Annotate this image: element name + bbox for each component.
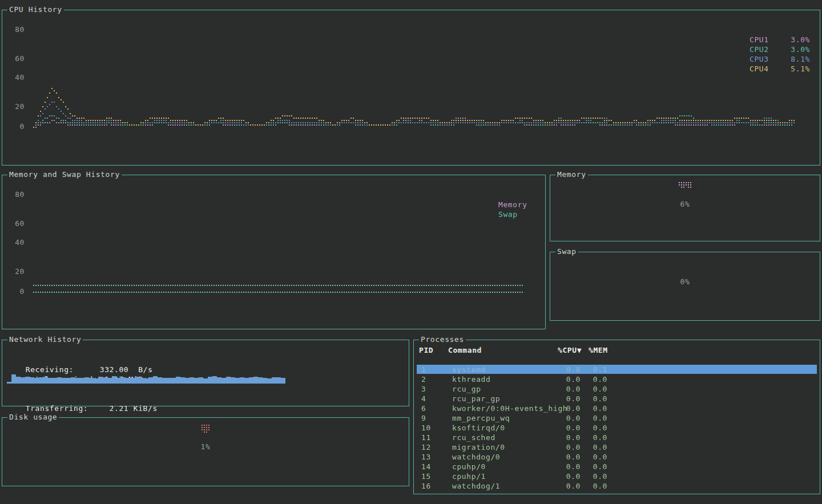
cpu-history-tick-60: 60 — [10, 54, 25, 63]
process-command: kthreadd — [452, 374, 490, 384]
process-row-watchdog/1[interactable]: 16watchdog/10.00.0 — [414, 481, 820, 491]
process-cpu: 0.0 — [558, 384, 581, 394]
cpu-history-tick-0: 0 — [10, 122, 25, 131]
memswap-history-panel: Memory and Swap History 806040200 Memory… — [2, 175, 546, 329]
swap-gauge-title: Swap — [555, 247, 578, 256]
process-cpu: 0.0 — [558, 471, 581, 481]
processes-header: PID Command %CPU▼ %MEM — [414, 345, 820, 355]
process-mem: 0.0 — [589, 433, 607, 442]
process-cpu: 0.0 — [558, 413, 581, 423]
process-pid: 2 — [421, 374, 426, 384]
memswap-history-tick-0: 0 — [10, 287, 25, 296]
process-row-kworker/0:0H-events_high[interactable]: 6kworker/0:0H-events_high0.00.0 — [414, 404, 820, 413]
cpu-legend: CPU13.0%CPU23.0%CPU38.1%CPU45.1% — [750, 35, 810, 74]
memswap-history-tick-40: 40 — [10, 238, 25, 247]
process-cpu: 0.0 — [558, 442, 581, 452]
process-mem: 0.0 — [589, 423, 607, 433]
process-mem: 0.0 — [589, 404, 607, 413]
process-mem: 0.0 — [589, 471, 607, 481]
cpu-history-panel: CPU History 806040200 CPU13.0%CPU23.0%CP… — [2, 10, 820, 166]
cpu-legend-item-cpu4: CPU45.1% — [750, 64, 810, 74]
process-pid: 6 — [421, 404, 426, 413]
process-mem: 0.0 — [589, 452, 607, 462]
column-header-pid[interactable]: PID — [419, 345, 433, 355]
process-command: cpuhp/1 — [452, 471, 486, 481]
column-header-command[interactable]: Command — [448, 345, 482, 355]
process-cpu: 0.0 — [558, 423, 581, 433]
process-cpu: 0.0 — [558, 365, 581, 374]
process-mem: 0.1 — [589, 365, 607, 374]
process-row-ksoftirqd/0[interactable]: 10ksoftirqd/00.00.0 — [414, 423, 820, 433]
processes-table: 1systemd0.00.12kthreadd0.00.03rcu_gp0.00… — [414, 365, 820, 491]
memory-gauge-percent: 6% — [550, 200, 820, 209]
process-row-cpuhp/1[interactable]: 15cpuhp/10.00.0 — [414, 471, 820, 481]
memswap-history-tick-60: 60 — [10, 219, 25, 228]
process-row-systemd[interactable]: 1systemd0.00.1 — [414, 365, 820, 374]
memswap-legend-item-swap: Swap — [498, 210, 527, 220]
process-command: rcu_par_gp — [452, 394, 500, 404]
process-command: rcu_gp — [452, 384, 481, 394]
process-pid: 3 — [421, 384, 426, 394]
process-mem: 0.0 — [589, 374, 607, 384]
swap-gauge-panel: Swap 0% — [550, 252, 820, 321]
process-pid: 11 — [421, 433, 431, 442]
process-cpu: 0.0 — [558, 394, 581, 404]
process-pid: 13 — [421, 452, 431, 462]
cpu-legend-item-cpu3: CPU38.1% — [750, 55, 810, 64]
process-command: kworker/0:0H-events_high — [452, 404, 567, 413]
process-pid: 1 — [421, 365, 426, 374]
process-pid: 14 — [421, 462, 431, 471]
cpu-legend-item-cpu1: CPU13.0% — [750, 35, 810, 45]
process-command: ksoftirqd/0 — [452, 423, 505, 433]
memswap-legend-item-memory: Memory — [498, 200, 527, 210]
memswap-legend: MemorySwap — [498, 200, 527, 220]
disk-usage-donut — [2, 418, 409, 441]
network-history-panel: Network History Receiving:332.00 B/s Tot… — [2, 340, 409, 406]
process-command: migration/0 — [452, 442, 505, 452]
memory-gauge-donut — [550, 175, 820, 198]
process-row-cpuhp/0[interactable]: 14cpuhp/00.00.0 — [414, 462, 820, 471]
process-pid: 9 — [421, 413, 426, 423]
processes-panel: Processes PID Command %CPU▼ %MEM 1system… — [413, 340, 820, 494]
process-mem: 0.0 — [589, 442, 607, 452]
process-mem: 0.0 — [589, 384, 607, 394]
process-row-rcu_par_gp[interactable]: 4rcu_par_gp0.00.0 — [414, 394, 820, 404]
cpu-history-tick-80: 80 — [10, 25, 25, 34]
cpu-history-chart — [2, 10, 820, 165]
process-pid: 15 — [421, 471, 431, 481]
process-mem: 0.0 — [589, 413, 607, 423]
process-command: systemd — [452, 365, 486, 374]
process-cpu: 0.0 — [558, 404, 581, 413]
process-row-watchdog/0[interactable]: 13watchdog/00.00.0 — [414, 452, 820, 462]
process-pid: 4 — [421, 394, 426, 404]
system-monitor-screen: { "colors": { "background": "#2b2d2c", "… — [0, 0, 822, 504]
process-pid: 12 — [421, 442, 431, 452]
process-command: watchdog/0 — [452, 452, 500, 462]
disk-usage-panel: Disk usage 1% — [2, 417, 409, 486]
process-mem: 0.0 — [589, 462, 607, 471]
process-row-rcu_gp[interactable]: 3rcu_gp0.00.0 — [414, 384, 820, 394]
process-command: watchdog/1 — [452, 481, 500, 491]
column-header-cpu-sorted[interactable]: %CPU▼ — [558, 345, 581, 355]
process-command: rcu_sched — [452, 433, 495, 442]
disk-usage-percent: 1% — [2, 442, 409, 451]
process-cpu: 0.0 — [558, 481, 581, 491]
process-row-kthreadd[interactable]: 2kthreadd0.00.0 — [414, 374, 820, 384]
process-row-mm_percpu_wq[interactable]: 9mm_percpu_wq0.00.0 — [414, 413, 820, 423]
process-mem: 0.0 — [589, 394, 607, 404]
process-cpu: 0.0 — [558, 462, 581, 471]
process-row-migration/0[interactable]: 12migration/00.00.0 — [414, 442, 820, 452]
process-cpu: 0.0 — [558, 374, 581, 384]
process-command: mm_percpu_wq — [452, 413, 510, 423]
memswap-history-chart — [2, 175, 545, 329]
process-pid: 16 — [421, 481, 431, 491]
process-command: cpuhp/0 — [452, 462, 486, 471]
column-header-mem[interactable]: %MEM — [589, 345, 607, 355]
cpu-history-tick-40: 40 — [10, 73, 25, 82]
network-transferring-value: 2.21 KiB/s — [100, 404, 158, 413]
memswap-history-tick-80: 80 — [10, 190, 25, 199]
process-mem: 0.0 — [589, 481, 607, 491]
cpu-legend-item-cpu2: CPU23.0% — [750, 45, 810, 55]
process-row-rcu_sched[interactable]: 11rcu_sched0.00.0 — [414, 433, 820, 442]
process-cpu: 0.0 — [558, 433, 581, 442]
